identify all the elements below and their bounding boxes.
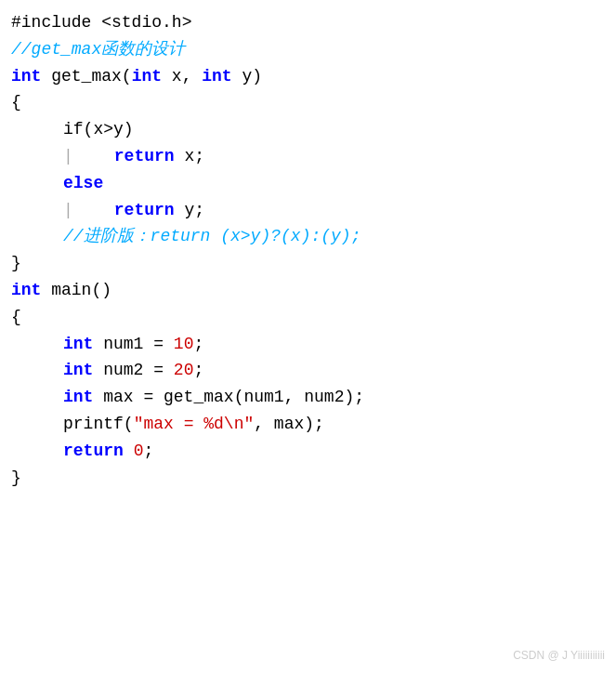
code-line-2: //get_max函数的设计	[11, 36, 605, 63]
code-line-6: | return x;	[11, 143, 605, 170]
code-text: y)	[232, 63, 262, 90]
code-text: num1 =	[93, 331, 173, 358]
code-text: y;	[175, 197, 204, 224]
number-10: 10	[174, 331, 194, 358]
keyword-int: int	[11, 63, 41, 90]
number-20: 20	[174, 357, 194, 384]
keyword-return: return	[114, 143, 175, 170]
code-line-12: {	[11, 304, 605, 331]
code-line-10: }	[11, 250, 605, 277]
keyword-int: int	[63, 384, 93, 411]
keyword-int: int	[63, 357, 93, 384]
code-text: ;	[193, 357, 203, 384]
code-line-14: int num2 = 20 ;	[11, 357, 605, 384]
code-line-16: printf( "max = %d\n" , max);	[11, 411, 605, 438]
code-comment: //get_max函数的设计	[11, 36, 185, 63]
code-container: #include <stdio.h> //get_max函数的设计 int ge…	[0, 0, 616, 673]
string-literal: "max = %d\n"	[134, 411, 255, 438]
code-text: if(x>y)	[63, 116, 134, 143]
code-text: printf(	[63, 411, 134, 438]
keyword-int: int	[63, 331, 93, 358]
code-line-17: return 0 ;	[11, 438, 605, 465]
code-text: }	[11, 465, 21, 492]
keyword-int: int	[202, 63, 231, 90]
vbar: |	[63, 143, 73, 170]
code-text: , max);	[254, 411, 324, 438]
watermark: CSDN @ J Yiiiiiiiiiii	[513, 649, 605, 662]
code-text: {	[11, 304, 21, 331]
code-text: }	[11, 250, 21, 277]
code-line-8: | return y;	[11, 197, 605, 224]
code-text: max = get_max(num1, num2);	[93, 384, 364, 411]
keyword-int: int	[132, 63, 162, 90]
code-line-4: {	[11, 89, 605, 116]
code-line-3: int get_max( int x, int y)	[11, 63, 605, 90]
keyword-return: return	[114, 197, 175, 224]
code-text: ;	[143, 438, 153, 465]
code-text: x,	[162, 63, 202, 90]
code-line-18: }	[11, 465, 605, 492]
code-text: x;	[175, 143, 204, 170]
keyword-int: int	[11, 277, 41, 304]
code-text: num2 =	[93, 357, 173, 384]
code-line-9: //进阶版：return (x>y)?(x):(y);	[11, 223, 605, 250]
code-comment: //进阶版：return (x>y)?(x):(y);	[63, 223, 360, 250]
code-text: main()	[41, 277, 111, 304]
code-text: get_max(	[41, 63, 131, 90]
code-line-1: #include <stdio.h>	[11, 9, 605, 36]
code-text	[124, 438, 134, 465]
code-text: {	[11, 89, 21, 116]
number-0: 0	[134, 438, 144, 465]
code-line-7: else	[11, 170, 605, 197]
code-line-13: int num1 = 10 ;	[11, 331, 605, 358]
code-line-15: int max = get_max(num1, num2);	[11, 384, 605, 411]
code-text: ;	[193, 331, 203, 358]
code-line-5: if(x>y)	[11, 116, 605, 143]
keyword-else: else	[63, 170, 103, 197]
keyword-return: return	[63, 438, 124, 465]
code-line-11: int main()	[11, 277, 605, 304]
code-text: #include <stdio.h>	[11, 9, 191, 36]
vbar: |	[63, 197, 73, 224]
